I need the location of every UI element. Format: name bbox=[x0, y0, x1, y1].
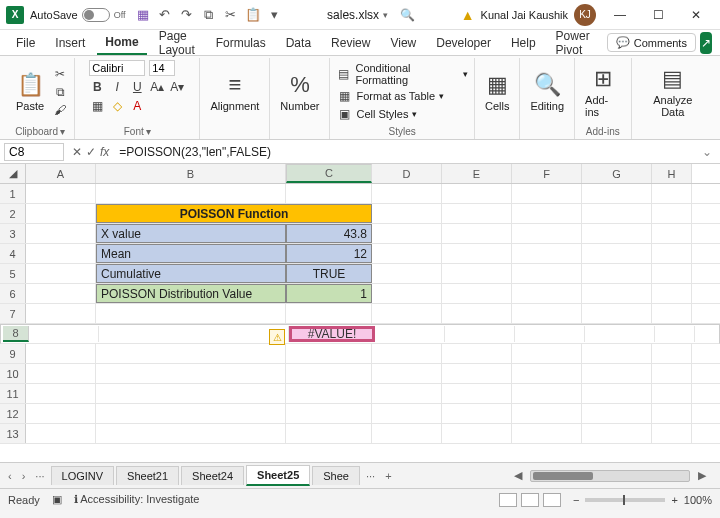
increase-font-icon[interactable]: A▴ bbox=[149, 79, 165, 95]
conditional-formatting-button[interactable]: ▤Conditional Formatting▾ bbox=[336, 62, 467, 86]
zoom-slider[interactable] bbox=[585, 498, 665, 502]
share-button[interactable]: ↗ bbox=[700, 32, 712, 54]
formula-input[interactable]: =POISSON(23,"len",FALSE) bbox=[113, 143, 694, 161]
number-format-button[interactable]: % Number bbox=[276, 70, 323, 114]
sheet-tab[interactable]: Sheet24 bbox=[181, 466, 244, 485]
bold-button[interactable]: B bbox=[89, 79, 105, 95]
autosave-toggle[interactable]: AutoSave Off bbox=[30, 8, 126, 22]
row-header[interactable]: 5 bbox=[0, 264, 26, 283]
font-color-icon[interactable]: A bbox=[129, 98, 145, 114]
maximize-button[interactable]: ☐ bbox=[640, 3, 676, 27]
borders-icon[interactable]: ▦ bbox=[89, 98, 105, 114]
warning-icon[interactable]: ▲ bbox=[461, 7, 475, 23]
tab-help[interactable]: Help bbox=[503, 32, 544, 54]
cell-B5[interactable]: Cumulative bbox=[96, 264, 286, 283]
save-icon[interactable]: ▦ bbox=[136, 8, 150, 22]
tab-review[interactable]: Review bbox=[323, 32, 378, 54]
row-header[interactable]: 13 bbox=[0, 424, 26, 443]
cell-B4[interactable]: Mean bbox=[96, 244, 286, 263]
cell-C6[interactable]: 1 bbox=[286, 284, 372, 303]
underline-button[interactable]: U bbox=[129, 79, 145, 95]
cell-C3[interactable]: 43.8 bbox=[286, 224, 372, 243]
sheet-tab-active[interactable]: Sheet25 bbox=[246, 465, 310, 486]
paste-small-icon[interactable]: 📋 bbox=[246, 8, 260, 22]
fx-icon[interactable]: fx bbox=[100, 145, 109, 159]
tab-power-pivot[interactable]: Power Pivot bbox=[548, 25, 599, 61]
tab-insert[interactable]: Insert bbox=[47, 32, 93, 54]
copy-small-icon[interactable]: ⧉ bbox=[52, 84, 68, 100]
cut-small-icon[interactable]: ✂ bbox=[52, 66, 68, 82]
row-header[interactable]: 7 bbox=[0, 304, 26, 323]
sheet-tab[interactable]: Shee bbox=[312, 466, 360, 485]
row-header[interactable]: 6 bbox=[0, 284, 26, 303]
horizontal-scrollbar[interactable] bbox=[530, 470, 690, 482]
dialog-launcher-icon[interactable]: ▾ bbox=[60, 126, 65, 137]
format-painter-icon[interactable]: 🖌 bbox=[52, 102, 68, 118]
col-header-D[interactable]: D bbox=[372, 164, 442, 183]
cell-B6[interactable]: POISSON Distribution Value bbox=[96, 284, 286, 303]
close-button[interactable]: ✕ bbox=[678, 3, 714, 27]
col-header-A[interactable]: A bbox=[26, 164, 96, 183]
decrease-font-icon[interactable]: A▾ bbox=[169, 79, 185, 95]
fill-color-icon[interactable]: ◇ bbox=[109, 98, 125, 114]
redo-icon[interactable]: ↷ bbox=[180, 8, 194, 22]
sheet-nav-more[interactable]: ··· bbox=[31, 470, 48, 482]
hscroll-left-icon[interactable]: ◀ bbox=[510, 469, 526, 482]
sheet-tab[interactable]: LOGINV bbox=[51, 466, 115, 485]
col-header-G[interactable]: G bbox=[582, 164, 652, 183]
row-header[interactable]: 8 bbox=[3, 326, 29, 342]
zoom-level[interactable]: 100% bbox=[684, 494, 712, 506]
cell-C5[interactable]: TRUE bbox=[286, 264, 372, 283]
spreadsheet-grid[interactable]: ◢ A B C D E F G H 1 2POISSON Function 3X… bbox=[0, 164, 720, 462]
tab-file[interactable]: File bbox=[8, 32, 43, 54]
undo-icon[interactable]: ↶ bbox=[158, 8, 172, 22]
addins-button[interactable]: ⊞ Add-ins bbox=[581, 64, 624, 120]
font-size-select[interactable] bbox=[149, 60, 175, 76]
italic-button[interactable]: I bbox=[109, 79, 125, 95]
page-layout-view-button[interactable] bbox=[521, 493, 539, 507]
cell-C4[interactable]: 12 bbox=[286, 244, 372, 263]
minimize-button[interactable]: — bbox=[602, 3, 638, 27]
sheet-nav-prev[interactable]: ‹ bbox=[4, 470, 16, 482]
analyze-data-button[interactable]: ▤ Analyze Data bbox=[638, 64, 708, 120]
dialog-launcher-icon[interactable]: ▾ bbox=[146, 126, 151, 137]
row-header[interactable]: 2 bbox=[0, 204, 26, 223]
qat-more-icon[interactable]: ▾ bbox=[268, 8, 282, 22]
expand-formula-bar-icon[interactable]: ⌄ bbox=[694, 145, 720, 159]
comments-button[interactable]: 💬 Comments bbox=[607, 33, 696, 52]
enter-formula-icon[interactable]: ✓ bbox=[86, 145, 96, 159]
row-header[interactable]: 3 bbox=[0, 224, 26, 243]
error-warning-icon[interactable]: ⚠ bbox=[269, 329, 285, 345]
user-avatar[interactable]: KJ bbox=[574, 4, 596, 26]
row-header[interactable]: 9 bbox=[0, 344, 26, 363]
hscroll-right-icon[interactable]: ▶ bbox=[694, 469, 710, 482]
tab-formulas[interactable]: Formulas bbox=[208, 32, 274, 54]
tab-home[interactable]: Home bbox=[97, 31, 146, 55]
cells-button[interactable]: ▦ Cells bbox=[481, 70, 513, 114]
normal-view-button[interactable] bbox=[499, 493, 517, 507]
cancel-formula-icon[interactable]: ✕ bbox=[72, 145, 82, 159]
search-icon[interactable]: 🔍 bbox=[400, 8, 415, 22]
col-header-E[interactable]: E bbox=[442, 164, 512, 183]
row-header[interactable]: 4 bbox=[0, 244, 26, 263]
row-header[interactable]: 1 bbox=[0, 184, 26, 203]
tab-view[interactable]: View bbox=[382, 32, 424, 54]
zoom-in-icon[interactable]: + bbox=[671, 494, 677, 506]
cell-C8-active[interactable]: ⚠ #VALUE! bbox=[289, 326, 375, 342]
row-header[interactable]: 10 bbox=[0, 364, 26, 383]
zoom-control[interactable]: − + 100% bbox=[573, 494, 712, 506]
zoom-out-icon[interactable]: − bbox=[573, 494, 579, 506]
copy-icon[interactable]: ⧉ bbox=[202, 8, 216, 22]
font-name-select[interactable] bbox=[89, 60, 145, 76]
col-header-H[interactable]: H bbox=[652, 164, 692, 183]
macro-record-icon[interactable]: ▣ bbox=[52, 493, 62, 506]
filename[interactable]: sales.xlsx ▾ bbox=[327, 8, 388, 22]
alignment-button[interactable]: ≡ Alignment bbox=[206, 70, 263, 114]
cell-B3[interactable]: X value bbox=[96, 224, 286, 243]
row-header[interactable]: 11 bbox=[0, 384, 26, 403]
tab-developer[interactable]: Developer bbox=[428, 32, 499, 54]
format-as-table-button[interactable]: ▦Format as Table▾ bbox=[336, 88, 444, 104]
sheet-overflow-more[interactable]: ··· bbox=[362, 470, 379, 482]
page-break-view-button[interactable] bbox=[543, 493, 561, 507]
new-sheet-button[interactable]: + bbox=[381, 470, 395, 482]
